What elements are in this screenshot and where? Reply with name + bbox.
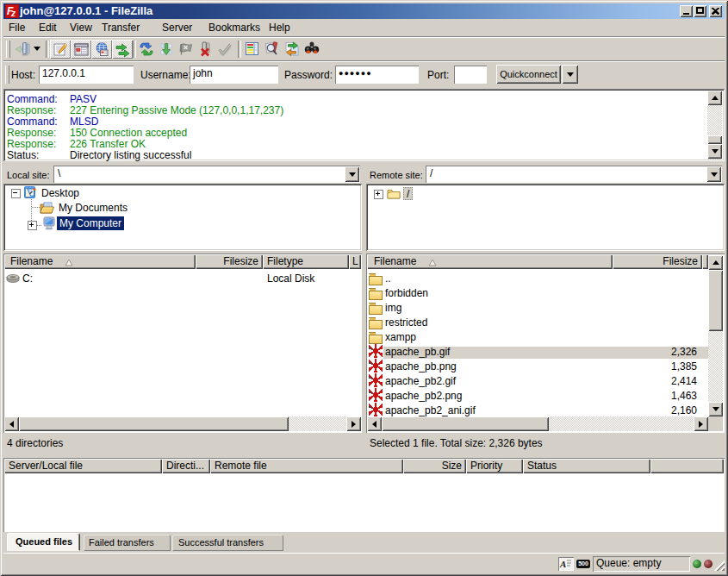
svg-text:A: A bbox=[559, 559, 566, 569]
svg-text:z: z bbox=[10, 9, 16, 18]
